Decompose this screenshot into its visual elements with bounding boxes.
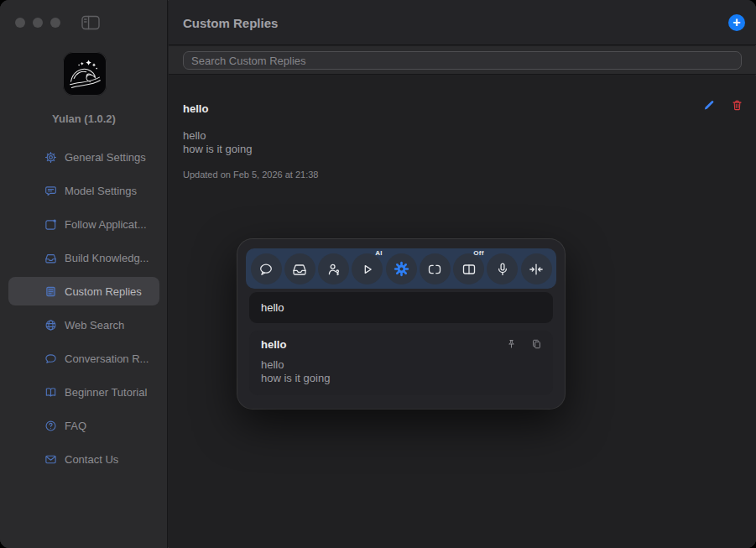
sidebar-item-build-knowledge[interactable]: Build Knowledg...: [8, 243, 159, 272]
result-title: hello: [261, 338, 286, 351]
sidebar-item-faq[interactable]: FAQ: [8, 411, 159, 440]
pin-icon[interactable]: [505, 338, 517, 350]
frame-capture-icon: [420, 253, 451, 284]
off-badge: Off: [473, 249, 483, 257]
window-controls: [15, 18, 60, 28]
collapse-horizontal-icon: [521, 253, 552, 284]
sidebar-item-contact-us[interactable]: Contact Us: [8, 445, 159, 473]
zoom-window-button[interactable]: [50, 18, 60, 28]
page-title: Custom Replies: [183, 16, 278, 30]
sidebar-item-custom-replies[interactable]: Custom Replies: [8, 277, 159, 305]
toolbar-knowledge-button[interactable]: [283, 248, 316, 289]
gear-icon: [44, 150, 57, 164]
toolbar-capture-button[interactable]: [418, 248, 451, 289]
sidebar-item-model-settings[interactable]: Model Settings: [8, 176, 159, 205]
toolbar-ai-run-button[interactable]: AI: [351, 248, 384, 289]
app-window-dot-icon: [44, 217, 57, 231]
reply-title: hello: [183, 102, 742, 115]
minimize-window-button[interactable]: [33, 18, 43, 28]
chat-bubble-icon: [44, 352, 57, 365]
question-circle-icon: [44, 419, 57, 432]
toolbar-microphone-button[interactable]: [486, 248, 519, 289]
toggle-sidebar-icon[interactable]: [81, 15, 100, 30]
person-key-icon: [318, 253, 349, 284]
gear-icon: [386, 253, 417, 284]
sidebar-item-label: Model Settings: [65, 185, 137, 197]
sidebar-item-conversation-records[interactable]: Conversation R...: [8, 344, 159, 373]
sidebar-item-web-search[interactable]: Web Search: [8, 311, 159, 339]
play-icon: [352, 253, 383, 284]
sidebar-item-beginner-tutorial[interactable]: Beginner Tutorial: [8, 378, 159, 406]
sidebar-item-label: General Settings: [65, 151, 146, 164]
sidebar-item-label: FAQ: [65, 420, 86, 432]
note-document-icon: [44, 284, 57, 298]
app-logo: [63, 52, 107, 96]
sidebar-item-label: Beginner Tutorial: [65, 386, 147, 399]
sidebar-item-label: Web Search: [65, 319, 124, 331]
app-name: Yulan (1.0.2): [0, 112, 168, 125]
app-window: Yulan (1.0.2) General Settings: [0, 0, 756, 548]
close-window-button[interactable]: [15, 18, 25, 28]
delete-trash-icon[interactable]: [730, 98, 743, 112]
result-body-line: hello: [261, 358, 330, 372]
edit-pencil-icon[interactable]: [702, 98, 716, 112]
ai-badge: AI: [375, 249, 382, 257]
toolbar-collapse-button[interactable]: [519, 248, 553, 289]
sidebar-item-general-settings[interactable]: General Settings: [8, 143, 159, 171]
toolbar-splitview-button[interactable]: Off: [452, 248, 486, 289]
sidebar-item-label: Contact Us: [65, 453, 118, 466]
inbox-tray-icon: [284, 253, 315, 284]
reply-updated-timestamp: Updated on Feb 5, 2026 at 21:38: [183, 170, 742, 180]
sidebar-item-label: Build Knowledg...: [65, 252, 149, 264]
overlay-result-card[interactable]: hello hello how is it going: [249, 331, 553, 395]
chat-lines-icon: [44, 184, 57, 197]
toolbar-chat-button[interactable]: [249, 248, 283, 289]
sidebar: Yulan (1.0.2) General Settings: [0, 0, 168, 548]
globe-icon: [44, 318, 57, 331]
sidebar-item-label: Follow Applicat...: [65, 218, 147, 231]
toolbar-persona-button[interactable]: [317, 248, 351, 289]
split-view-icon: [453, 253, 484, 284]
search-input[interactable]: [183, 51, 742, 70]
overlay-search-input[interactable]: [249, 292, 553, 323]
sidebar-item-label: Conversation R...: [65, 352, 149, 365]
chat-bubble-icon: [251, 253, 282, 284]
toolbar-settings-button[interactable]: [384, 248, 418, 289]
quick-reply-overlay-panel: AI: [237, 239, 565, 409]
microphone-icon: [487, 253, 518, 284]
reply-body: hello how is it going: [183, 129, 742, 156]
wave-logo-icon: [66, 55, 103, 92]
result-body-line: how is it going: [261, 372, 330, 385]
reply-body-line: hello: [183, 129, 742, 143]
sidebar-item-follow-application[interactable]: Follow Applicat...: [8, 210, 159, 238]
overlay-toolbar: AI: [246, 248, 556, 289]
envelope-icon: [44, 452, 57, 466]
open-book-icon: [44, 385, 57, 399]
search-band: [169, 46, 756, 75]
reply-row-actions: [702, 98, 743, 112]
result-body: hello how is it going: [261, 358, 330, 385]
copy-icon[interactable]: [530, 338, 542, 350]
main-titlebar: Custom Replies +: [169, 0, 756, 45]
inbox-tray-icon: [44, 251, 57, 264]
add-reply-button[interactable]: +: [728, 14, 745, 31]
reply-row[interactable]: hello hello how is it going Updated on F…: [169, 76, 756, 180]
sidebar-item-label: Custom Replies: [65, 285, 142, 298]
sidebar-nav: General Settings Model Settings: [8, 143, 159, 478]
reply-body-line: how is it going: [183, 143, 742, 156]
